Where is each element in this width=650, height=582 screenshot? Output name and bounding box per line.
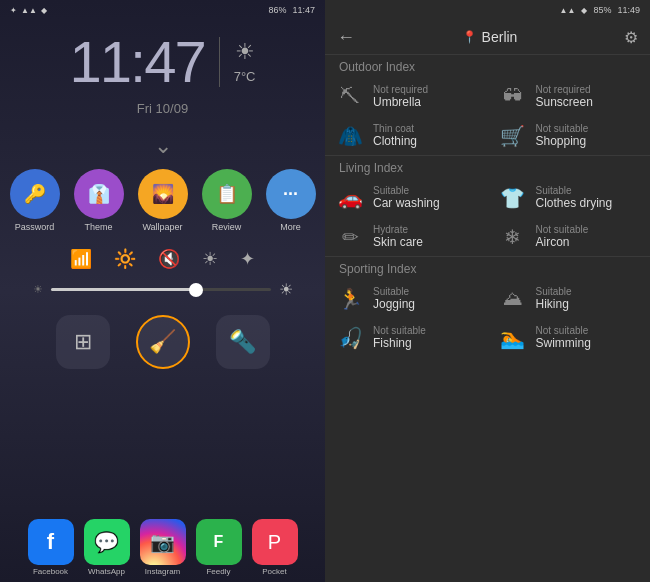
broom-button[interactable]: 🧹: [136, 315, 190, 369]
clothing-label: Clothing: [373, 134, 417, 148]
bottom-shortcuts: ⊞ 🧹 🔦: [56, 315, 270, 369]
fishing-icon: 🎣: [335, 326, 365, 350]
flashlight-button[interactable]: 🔦: [216, 315, 270, 369]
calculator-icon: ⊞: [74, 329, 92, 355]
sporting-section-title: Sporting Index: [325, 256, 650, 279]
broom-icon: 🧹: [149, 329, 176, 355]
wifi-status-icon: ◆: [41, 6, 47, 15]
brightness-row: ☀ ☀: [33, 280, 293, 299]
aircon-status: Not suitable: [536, 224, 589, 235]
dock-feedly[interactable]: F Feedly: [196, 519, 242, 576]
dock-facebook-label: Facebook: [33, 567, 68, 576]
app-password[interactable]: 🔑 Password: [10, 169, 60, 232]
battery-level-left: 86%: [268, 5, 286, 15]
shopping-status: Not suitable: [536, 123, 589, 134]
sunscreen-label: Sunscreen: [536, 95, 593, 109]
wifi-toggle[interactable]: 📶: [70, 248, 92, 270]
clothes-drying-label: Clothes drying: [536, 196, 613, 210]
dock-pocket[interactable]: P Pocket: [252, 519, 298, 576]
dock-instagram-label: Instagram: [145, 567, 181, 576]
sunscreen-status: Not required: [536, 84, 593, 95]
wifi-icon-right: ◆: [581, 6, 587, 15]
fishing-label: Fishing: [373, 336, 426, 350]
temperature-display: 7°C: [234, 69, 256, 84]
clothing-icon: 🧥: [335, 124, 365, 148]
bluetooth-toggle[interactable]: ✦: [240, 248, 255, 270]
jogging-item: 🏃 Suitable Jogging: [325, 279, 488, 318]
swimming-label: Swimming: [536, 336, 591, 350]
facebook-icon: f: [47, 529, 54, 555]
sporting-grid: 🏃 Suitable Jogging ⛰ Suitable Hiking 🎣 N…: [325, 279, 650, 357]
app-theme-label: Theme: [84, 222, 112, 232]
right-panel: ▲▲ ◆ 85% 11:49 ← 📍 Berlin ⚙ Outdoor Inde…: [325, 0, 650, 582]
app-shortcuts: 🔑 Password 👔 Theme 🌄 Wallpaper 📋 Review: [10, 169, 316, 232]
umbrella-label: Umbrella: [373, 95, 428, 109]
brightness-thumb[interactable]: [189, 283, 203, 297]
carwash-item: 🚗 Suitable Car washing: [325, 178, 488, 217]
feedly-icon: F: [214, 533, 224, 551]
skincare-item: ✏ Hydrate Skin care: [325, 217, 488, 256]
bluetooth-status-icon: ✦: [10, 6, 17, 15]
time-weather-row: 11:47 ☀ 7°C: [0, 28, 325, 95]
settings-button[interactable]: ⚙: [624, 28, 638, 47]
app-more[interactable]: ··· More: [266, 169, 316, 232]
clothing-item: 🧥 Thin coat Clothing: [325, 116, 488, 155]
app-wallpaper-label: Wallpaper: [142, 222, 182, 232]
clothes-drying-icon: 👕: [498, 186, 528, 210]
app-review[interactable]: 📋 Review: [202, 169, 252, 232]
signal-icon: ▲▲: [21, 6, 37, 15]
brightness-slider[interactable]: [51, 288, 271, 291]
skincare-status: Hydrate: [373, 224, 423, 235]
dock-instagram[interactable]: 📷 Instagram: [140, 519, 186, 576]
shopping-item: 🛒 Not suitable Shopping: [488, 116, 651, 155]
pocket-icon: P: [268, 531, 281, 554]
flashlight-icon: 🔦: [229, 329, 256, 355]
volume-toggle[interactable]: 🔇: [158, 248, 180, 270]
clock-status-left: 11:47: [292, 5, 315, 15]
app-password-label: Password: [15, 222, 55, 232]
aircon-label: Aircon: [536, 235, 589, 249]
screen-toggle[interactable]: 🔆: [114, 248, 136, 270]
right-header: ← 📍 Berlin ⚙: [325, 20, 650, 54]
expand-chevron[interactable]: ⌄: [154, 133, 172, 159]
app-theme[interactable]: 👔 Theme: [74, 169, 124, 232]
shopping-label: Shopping: [536, 134, 589, 148]
sunscreen-icon: 🕶: [498, 85, 528, 108]
dock-whatsapp[interactable]: 💬 WhatsApp: [84, 519, 130, 576]
calculator-button[interactable]: ⊞: [56, 315, 110, 369]
outdoor-section-title: Outdoor Index: [325, 54, 650, 77]
shopping-icon: 🛒: [498, 124, 528, 148]
clock-right: 11:49: [617, 5, 640, 15]
instagram-icon: 📷: [150, 530, 175, 554]
app-dock: f Facebook 💬 WhatsApp 📷 Instagram F Feed…: [28, 519, 298, 576]
left-panel: ✦ ▲▲ ◆ 86% 11:47 11:47 ☀ 7°C Fri 10/09 ⌄…: [0, 0, 325, 582]
location-pin-icon: 📍: [462, 30, 477, 44]
umbrella-icon: ⛏: [335, 85, 365, 108]
brightness-low-icon: ☀: [33, 283, 43, 296]
hiking-status: Suitable: [536, 286, 572, 297]
dock-facebook[interactable]: f Facebook: [28, 519, 74, 576]
outdoor-grid: ⛏ Not required Umbrella 🕶 Not required S…: [325, 77, 650, 155]
quick-settings-row: 📶 🔆 🔇 ☀ ✦: [70, 248, 255, 270]
living-section-title: Living Index: [325, 155, 650, 178]
aircon-icon: ❄: [498, 225, 528, 249]
carwash-icon: 🚗: [335, 186, 365, 210]
living-grid: 🚗 Suitable Car washing 👕 Suitable Clothe…: [325, 178, 650, 256]
brightness-high-icon: ☀: [279, 280, 293, 299]
battery-right: 85%: [593, 5, 611, 15]
brightness-icon-qs[interactable]: ☀: [202, 248, 218, 270]
clothes-drying-status: Suitable: [536, 185, 613, 196]
whatsapp-icon: 💬: [94, 530, 119, 554]
app-review-label: Review: [212, 222, 242, 232]
app-wallpaper[interactable]: 🌄 Wallpaper: [138, 169, 188, 232]
jogging-status: Suitable: [373, 286, 415, 297]
hiking-icon: ⛰: [498, 287, 528, 310]
clothing-status: Thin coat: [373, 123, 417, 134]
back-button[interactable]: ←: [337, 27, 355, 48]
skincare-icon: ✏: [335, 225, 365, 249]
signal-icon-right: ▲▲: [560, 6, 576, 15]
skincare-label: Skin care: [373, 235, 423, 249]
weather-sun-icon: ☀: [235, 39, 255, 65]
swimming-status: Not suitable: [536, 325, 591, 336]
dock-feedly-label: Feedly: [206, 567, 230, 576]
